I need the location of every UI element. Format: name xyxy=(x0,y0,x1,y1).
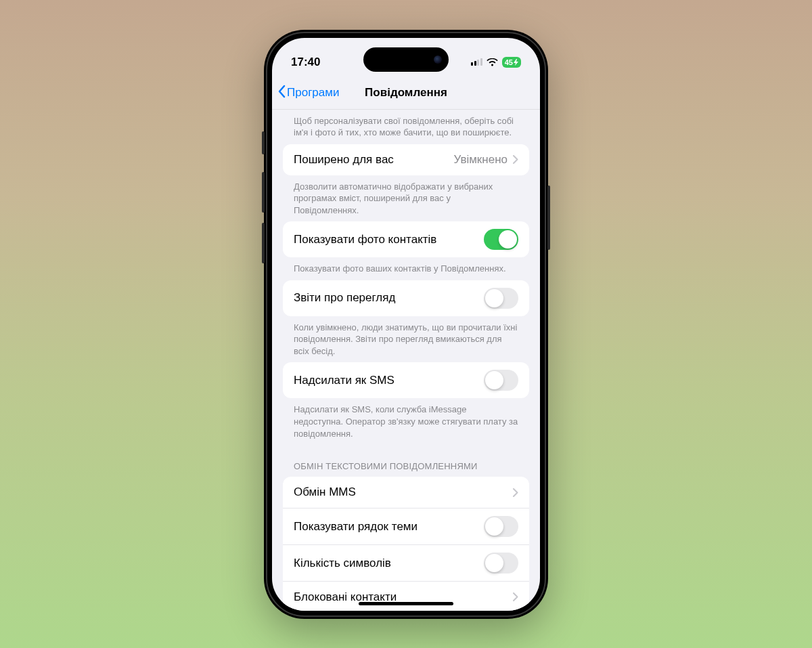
wifi-icon xyxy=(487,58,498,66)
show-photos-label: Показувати фото контактів xyxy=(294,233,436,246)
volume-up-button xyxy=(262,172,265,213)
chevron-right-icon xyxy=(513,592,518,601)
nav-title: Повідомлення xyxy=(365,86,447,100)
subject-label: Показувати рядок теми xyxy=(294,520,418,534)
subject-row: Показувати рядок теми xyxy=(283,508,529,544)
screen: 17:40 45 Програми Повідомлення xyxy=(272,38,540,611)
chevron-right-icon xyxy=(513,488,518,497)
show-contact-photos-row: Показувати фото контактів xyxy=(283,221,529,257)
send-sms-label: Надсилати як SMS xyxy=(294,374,394,387)
intro-note: Щоб персоналізувати свої повідомлення, о… xyxy=(283,110,529,144)
status-time: 17:40 xyxy=(291,56,320,69)
mms-label: Обмін MMS xyxy=(294,485,356,499)
show-photos-toggle[interactable] xyxy=(484,229,518,250)
back-label: Програми xyxy=(287,86,339,100)
back-button[interactable]: Програми xyxy=(277,85,339,101)
send-as-sms-row: Надсилати як SMS xyxy=(283,362,529,398)
shared-label: Поширено для вас xyxy=(294,153,394,167)
battery-percent: 45 xyxy=(505,58,513,66)
text-section-title: ОБМІН ТЕКСТОВИМИ ПОВІДОМЛЕННЯМИ xyxy=(283,445,529,477)
battery-indicator: 45 xyxy=(502,57,521,68)
shared-note: Дозволити автоматично відображати у вибр… xyxy=(283,175,529,222)
settings-content[interactable]: Щоб персоналізувати свої повідомлення, о… xyxy=(272,110,540,611)
read-receipts-label: Звіти про перегляд xyxy=(294,291,395,305)
read-receipts-note: Коли увімкнено, люди знатимуть, що ви пр… xyxy=(283,316,529,363)
chevron-right-icon xyxy=(513,155,518,164)
show-photos-note: Показувати фото ваших контактів у Повідо… xyxy=(283,257,529,280)
chevron-left-icon xyxy=(277,85,286,101)
front-camera xyxy=(434,56,442,64)
cellular-signal-icon xyxy=(471,58,482,66)
char-count-row: Кількість символів xyxy=(283,544,529,581)
silent-switch xyxy=(262,131,265,154)
blocked-contacts-row[interactable]: Блоковані контакти xyxy=(283,581,529,610)
send-sms-toggle[interactable] xyxy=(484,370,518,391)
nav-bar: Програми Повідомлення xyxy=(272,77,540,110)
read-receipts-toggle[interactable] xyxy=(484,288,518,309)
send-sms-note: Надсилати як SMS, коли служба iMessage н… xyxy=(283,398,529,445)
volume-down-button xyxy=(262,223,265,263)
shared-value: Увімкнено xyxy=(454,153,508,167)
home-indicator[interactable] xyxy=(359,602,453,605)
dynamic-island xyxy=(363,47,449,72)
count-label: Кількість символів xyxy=(294,557,391,570)
subject-toggle[interactable] xyxy=(484,516,518,537)
power-button xyxy=(547,186,550,250)
mms-row[interactable]: Обмін MMS xyxy=(283,477,529,508)
shared-with-you-row[interactable]: Поширено для вас Увімкнено xyxy=(283,144,529,175)
read-receipts-row: Звіти про перегляд xyxy=(283,280,529,316)
phone-frame: 17:40 45 Програми Повідомлення xyxy=(264,30,548,619)
count-toggle[interactable] xyxy=(484,553,518,574)
